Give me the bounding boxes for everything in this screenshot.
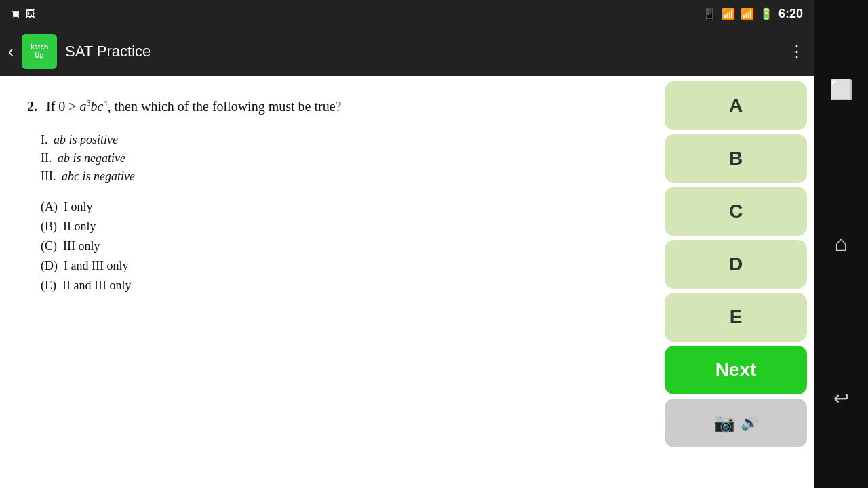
question-panel: 2. If 0 > a3bc4, then which of the follo… [0,76,658,488]
app-area: ▣ 🖼 📱 📶 📶 🔋 6:20 ‹ katch Up SAT Practice… [0,0,814,488]
speaker-icon: 🔊 [741,414,759,432]
status-bar-right: 📱 📶 📶 🔋 6:20 [703,7,803,21]
answer-button-c[interactable]: C [665,187,807,236]
clock: 6:20 [778,7,803,21]
notification-icon-1: ▣ [11,8,20,19]
statement-ii: II. ab is negative [41,151,631,165]
toolbar: ‹ katch Up SAT Practice ⋮ [0,27,814,76]
answer-a: (A) I only [41,200,631,214]
statement-list: I. ab is positive II. ab is negative III… [41,133,631,184]
video-button[interactable]: 📷 🔊 [665,399,807,447]
answer-d: (D) I and III only [41,259,631,273]
question-text: 2. If 0 > a3bc4, then which of the follo… [27,96,631,117]
question-number: 2. [27,99,37,114]
status-bar: ▣ 🖼 📱 📶 📶 🔋 6:20 [0,0,814,27]
answer-buttons-panel: A B C D E Next 📷 🔊 [658,76,814,488]
back-button[interactable]: ‹ [8,42,14,61]
app-title: SAT Practice [65,43,781,60]
answer-b: (B) II only [41,220,631,234]
statement-iii: III. abc is negative [41,169,631,184]
answer-button-b[interactable]: B [665,134,807,183]
android-nav-bar: ⬜ ⌂ ↩ [814,0,868,488]
home-icon[interactable]: ⌂ [834,231,847,256]
camera-icon: 📷 [713,413,735,434]
next-button[interactable]: Next [665,346,807,394]
battery-icon: 🔋 [760,7,773,20]
signal-icon: 📶 [741,7,754,20]
answer-list: (A) I only (B) II only (C) III only (D) … [41,200,631,293]
more-options-button[interactable]: ⋮ [789,42,806,61]
answer-c: (C) III only [41,239,631,253]
back-nav-icon[interactable]: ↩ [833,387,849,409]
answer-button-d[interactable]: D [665,240,807,289]
status-bar-left: ▣ 🖼 [11,8,35,19]
content-area: 2. If 0 > a3bc4, then which of the follo… [0,76,814,488]
logo-text: katch Up [31,43,48,60]
answer-e: (E) II and III only [41,279,631,293]
app-logo: katch Up [22,34,57,69]
statement-i: I. ab is positive [41,133,631,147]
notification-icon-2: 🖼 [25,8,35,19]
answer-button-a[interactable]: A [665,81,807,130]
answer-button-e[interactable]: E [665,293,807,342]
wifi-icon: 📶 [722,7,735,20]
phone-rotate-icon: 📱 [703,7,716,20]
recent-apps-icon[interactable]: ⬜ [829,79,853,101]
